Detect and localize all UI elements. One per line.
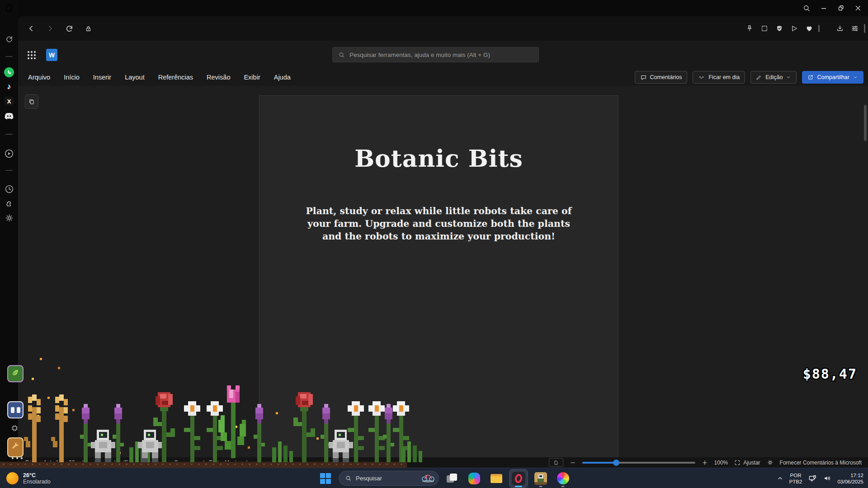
tiktok-icon[interactable]: ♪ xyxy=(3,80,15,93)
share-icon xyxy=(807,74,814,80)
sidebar-divider xyxy=(5,56,13,57)
app-launcher-icon[interactable] xyxy=(26,50,37,62)
copilot-button[interactable] xyxy=(465,469,483,488)
player-icon[interactable] xyxy=(3,147,15,160)
chip-icon[interactable] xyxy=(10,424,19,432)
back-icon[interactable] xyxy=(25,23,37,34)
zoom-level[interactable]: 100% xyxy=(714,460,728,466)
pixel-game-icon xyxy=(534,472,547,485)
feedback-link[interactable]: Fornecer Comentários à Microsoft xyxy=(780,460,862,466)
tools-menu-button[interactable] xyxy=(7,437,24,457)
tab-exibir[interactable]: Exibir xyxy=(244,74,260,81)
start-button[interactable] xyxy=(316,469,335,488)
x-icon[interactable]: X xyxy=(3,95,15,108)
search-icon[interactable] xyxy=(800,2,813,14)
site-info-lock-icon[interactable] xyxy=(82,23,94,34)
share-button[interactable]: Compartilhar xyxy=(802,71,863,84)
plants-menu-button[interactable] xyxy=(7,365,24,382)
volume-icon[interactable] xyxy=(823,474,831,483)
clock-widget[interactable]: 17:12 03/06/2025 xyxy=(837,472,863,485)
opera-gx-logo-icon[interactable] xyxy=(4,3,14,13)
zoom-slider-thumb[interactable] xyxy=(613,460,619,466)
refresh-icon[interactable] xyxy=(3,33,15,45)
color-wheel-taskbar-button[interactable] xyxy=(554,469,572,488)
paste-button[interactable] xyxy=(25,94,38,109)
catch-up-button[interactable]: Ficar em dia xyxy=(693,71,745,84)
close-button[interactable] xyxy=(852,2,864,14)
favorite-heart-icon[interactable] xyxy=(803,23,815,34)
tab-arquivo[interactable]: Arquivo xyxy=(28,74,50,81)
document-body-text: Plant, study or relax while little robot… xyxy=(297,205,581,243)
opera-sidebar: ♪ X xyxy=(0,0,18,468)
taskbar-search[interactable]: Pesquisar xyxy=(339,471,439,486)
tab-revisao[interactable]: Revisão xyxy=(207,74,230,81)
extensions-puzzle-icon[interactable] xyxy=(3,197,15,210)
hidden-icons-chevron[interactable] xyxy=(777,475,783,482)
status-item[interactable]: Inglês (Estados Unidos) xyxy=(107,460,164,466)
network-icon[interactable] xyxy=(808,474,817,483)
panel-setup-icon[interactable] xyxy=(849,23,861,34)
copilot-icon xyxy=(468,473,480,484)
fit-icon xyxy=(734,460,741,466)
fit-button[interactable]: Ajustar xyxy=(734,460,760,466)
tab-inserir[interactable]: Inserir xyxy=(93,74,111,81)
status-item[interactable]: 23 palavras xyxy=(69,460,97,466)
language-indicator[interactable]: POR PTB2 xyxy=(789,472,802,485)
whatsapp-icon[interactable] xyxy=(3,66,15,79)
zoom-out-icon[interactable] xyxy=(570,460,576,466)
leaf-icon xyxy=(10,368,20,380)
weather-widget[interactable]: 26°C Ensolarado xyxy=(6,468,51,488)
settings-gear-icon[interactable] xyxy=(3,211,15,224)
tab-ajuda[interactable]: Ajuda xyxy=(274,74,291,81)
opera-gx-taskbar-button[interactable] xyxy=(509,469,528,488)
bicycle-icon xyxy=(420,472,436,484)
page-view-button[interactable] xyxy=(549,458,563,467)
comments-button[interactable]: Comentários xyxy=(635,71,688,84)
sun-icon xyxy=(6,472,19,484)
editing-mode-button[interactable]: Edição xyxy=(750,71,797,84)
pixel-game-taskbar-button[interactable] xyxy=(532,469,550,488)
status-item[interactable]: Sugestões de Texto: Mostrando xyxy=(175,460,251,466)
color-wheel-icon xyxy=(557,472,569,484)
document-title: Botanic Bits xyxy=(259,145,618,172)
weather-condition: Ensolarado xyxy=(23,479,51,485)
brightness-icon[interactable] xyxy=(767,459,774,466)
downloads-icon[interactable] xyxy=(834,23,846,34)
minimize-button[interactable] xyxy=(817,2,830,14)
tab-inicio[interactable]: Início xyxy=(64,74,80,81)
document-page[interactable]: Botanic Bits Plant, study or relax while… xyxy=(259,95,618,457)
history-clock-icon[interactable] xyxy=(3,183,15,195)
status-item[interactable]: Página 1 de 1 xyxy=(25,460,59,466)
system-tray: POR PTB2 17:12 03/06/2025 xyxy=(777,468,863,488)
page-scrollbar[interactable] xyxy=(864,105,867,141)
file-explorer-button[interactable] xyxy=(487,469,505,488)
tab-layout[interactable]: Layout xyxy=(125,74,145,81)
tray-date: 03/06/2025 xyxy=(837,479,863,485)
robots-menu-button[interactable] xyxy=(7,401,24,418)
browser-titlebar xyxy=(0,0,868,16)
reload-icon[interactable] xyxy=(63,23,75,34)
forward-icon[interactable] xyxy=(44,23,56,34)
ad-blocker-shield-icon[interactable] xyxy=(774,23,785,34)
more-options-dots[interactable] xyxy=(12,457,23,459)
snapshot-icon[interactable] xyxy=(759,23,770,34)
pin-icon[interactable] xyxy=(744,23,755,34)
discord-icon[interactable] xyxy=(3,109,15,122)
folder-icon xyxy=(491,474,502,483)
tab-referencias[interactable]: Referências xyxy=(158,74,193,81)
restore-button[interactable] xyxy=(835,2,847,14)
word-status-bar: Página 1 de 123 palavrasInglês (Estados … xyxy=(18,457,868,468)
flow-icon[interactable] xyxy=(788,23,800,34)
task-view-button[interactable] xyxy=(443,469,461,488)
screen: ♪ X xyxy=(0,0,868,488)
browser-content-frame: W Pesquisar ferramentas, ajuda e muito m… xyxy=(18,16,868,468)
zoom-slider[interactable] xyxy=(582,462,695,464)
opera-gx-icon xyxy=(512,472,525,485)
word-search-box[interactable]: Pesquisar ferramentas, ajuda e muito mai… xyxy=(332,47,539,62)
zoom-in-icon[interactable] xyxy=(702,460,708,466)
tray-time: 17:12 xyxy=(837,472,863,479)
robot-eyes-icon xyxy=(11,407,20,413)
search-icon xyxy=(338,52,345,58)
share-label: Compartilhar xyxy=(817,74,849,80)
word-app-icon[interactable]: W xyxy=(46,49,57,61)
